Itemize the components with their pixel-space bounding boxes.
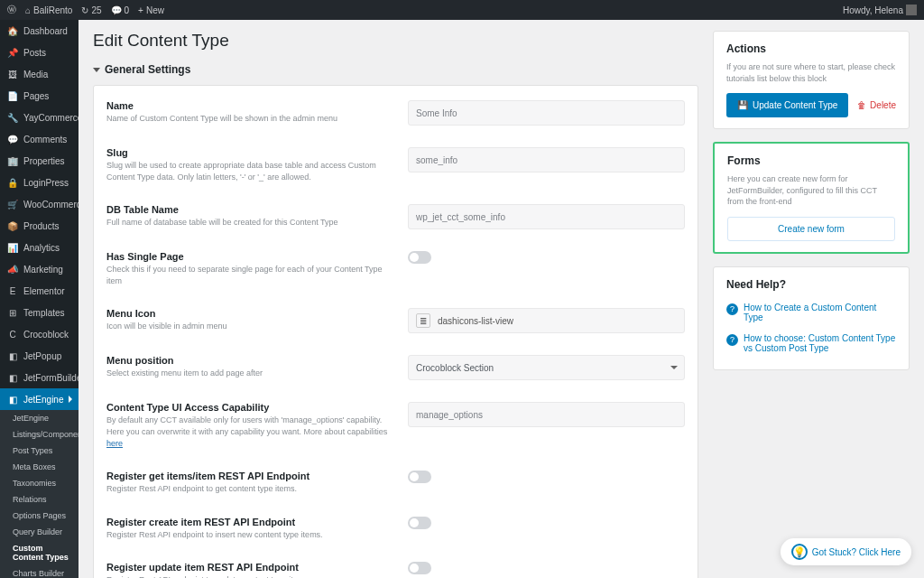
menu-icon: 🛒 <box>7 199 18 210</box>
avatar <box>906 5 917 15</box>
create-form-button[interactable]: Create new form <box>727 217 895 241</box>
updates-count[interactable]: ↻25 <box>81 5 101 15</box>
menu-position-select[interactable]: Crocoblock Section <box>408 355 685 380</box>
user-menu[interactable]: Howdy, Helena <box>843 5 917 15</box>
sidebar-item-crocoblock[interactable]: CCrocoblock <box>0 323 79 345</box>
menu-icon: ◧ <box>7 372 18 383</box>
submenu-item-listings-components[interactable]: Listings/Components <box>0 426 79 443</box>
comment-icon: 💬 <box>111 5 122 15</box>
sidebar-item-pages[interactable]: 📄Pages <box>0 85 79 107</box>
sidebar-item-jetengine[interactable]: ◧JetEngine <box>0 388 79 410</box>
field-desc: Full name of database table will be crea… <box>106 217 393 228</box>
single-page-toggle[interactable] <box>408 251 431 264</box>
field-desc: Name of Custom Content Type will be show… <box>106 113 393 125</box>
field-row: Content Type UI Access Capability By def… <box>106 391 685 460</box>
field-desc: Icon will be visible in admin menu <box>106 321 393 332</box>
submenu-item-post-types[interactable]: Post Types <box>0 443 79 459</box>
comments-count[interactable]: 💬0 <box>111 5 130 15</box>
field-label: Name <box>106 100 393 111</box>
field-label: Register get items/item REST API Endpoin… <box>106 471 393 481</box>
sidebar-item-media[interactable]: 🖼Media <box>0 63 79 85</box>
submenu-item-meta-boxes[interactable]: Meta Boxes <box>0 459 79 475</box>
slug-input[interactable] <box>408 147 685 172</box>
field-label: Slug <box>106 147 393 158</box>
submenu-item-query-builder[interactable]: Query Builder <box>0 524 79 540</box>
sidebar-item-properties[interactable]: 🏢Properties <box>0 150 79 172</box>
trash-icon: 🗑 <box>857 100 866 110</box>
got-stuck-pill[interactable]: 💡 Got Stuck? Click Here <box>781 538 911 565</box>
menu-icon: ◧ <box>7 394 18 405</box>
chevron-down-icon <box>93 68 100 72</box>
field-label: Menu position <box>106 355 393 366</box>
rest-update-toggle[interactable] <box>408 562 431 574</box>
menu-icon: 📄 <box>7 90 18 101</box>
site-name[interactable]: ⌂BaliRento <box>25 5 72 15</box>
sidebar-item-label: Analytics <box>23 243 60 253</box>
sidebar-item-analytics[interactable]: 📊Analytics <box>0 237 79 258</box>
section-toggle-general[interactable]: General Settings <box>93 63 698 76</box>
update-button[interactable]: 💾 Update Content Type <box>726 93 848 117</box>
submenu-item-taxonomies[interactable]: Taxonomies <box>0 475 79 491</box>
actions-desc: If you are not sure where to start, plea… <box>726 61 896 84</box>
sidebar-item-comments[interactable]: 💬Comments <box>0 128 79 150</box>
sidebar-item-woocommerce[interactable]: 🛒WooCommerce <box>0 193 79 215</box>
help-link[interactable]: ?How to choose: Custom Content Type vs C… <box>726 328 896 359</box>
sidebar-item-yaycommerce[interactable]: 🔧YayCommerce <box>0 107 79 128</box>
field-desc: Check this if you need to separate singl… <box>106 264 393 286</box>
sidebar-item-jetpopup[interactable]: ◧JetPopup <box>0 345 79 367</box>
submenu-item-custom-content-types[interactable]: Custom Content Types <box>0 540 79 565</box>
menu-icon: 🏠 <box>7 25 18 36</box>
sidebar-item-label: WooCommerce <box>23 200 79 210</box>
sidebar-item-jetformbuilder[interactable]: ◧JetFormBuilder <box>0 367 79 388</box>
submenu-item-relations[interactable]: Relations <box>0 491 79 508</box>
name-input[interactable] <box>408 100 685 126</box>
forms-heading: Forms <box>727 154 895 167</box>
field-desc: Register Rest API endpoint to update con… <box>106 574 393 578</box>
sidebar-item-products[interactable]: 📦Products <box>0 215 79 237</box>
db-table-input[interactable] <box>408 204 685 229</box>
sidebar-item-label: Elementor <box>23 286 65 296</box>
capabilities-link[interactable]: here <box>106 439 123 448</box>
sidebar-item-label: YayCommerce <box>23 113 79 123</box>
help-link[interactable]: ?How to Create a Custom Content Type <box>726 297 896 328</box>
menu-icon: E <box>7 285 18 296</box>
field-row: Register create item REST API Endpoint R… <box>106 506 685 552</box>
field-label: Register create item REST API Endpoint <box>106 517 393 527</box>
menu-icon: 📌 <box>7 47 18 58</box>
submenu-item-charts-builder[interactable]: Charts Builder <box>0 565 79 578</box>
wp-logo-icon[interactable]: ⓦ <box>7 4 16 16</box>
new-button[interactable]: +New <box>138 5 164 15</box>
field-label: Menu Icon <box>106 308 393 319</box>
sidebar-item-label: LoginPress <box>23 178 69 188</box>
sidebar-item-label: Comments <box>23 135 67 144</box>
field-desc: By default any CCT available only for us… <box>106 415 393 449</box>
field-row: Register get items/item REST API Endpoin… <box>106 460 685 506</box>
plus-icon: + <box>138 5 143 15</box>
field-label: Register update item REST API Endpoint <box>106 562 393 573</box>
field-label: Content Type UI Access Capability <box>106 402 393 413</box>
rest-create-toggle[interactable] <box>408 517 431 529</box>
sidebar-item-elementor[interactable]: EElementor <box>0 280 79 302</box>
arrow-icon <box>69 396 72 403</box>
submenu-item-jetengine[interactable]: JetEngine <box>0 410 79 426</box>
sidebar-item-loginpress[interactable]: 🔒LoginPress <box>0 172 79 193</box>
sidebar-item-label: Marketing <box>23 265 63 275</box>
sidebar-item-marketing[interactable]: 📣Marketing <box>0 258 79 280</box>
delete-button[interactable]: 🗑 Delete <box>857 100 896 110</box>
sidebar-item-label: Properties <box>23 156 65 166</box>
menu-icon: ◧ <box>7 350 18 361</box>
help-heading: Need Help? <box>726 278 896 291</box>
home-icon: ⌂ <box>25 5 31 15</box>
field-row: DB Table Name Full name of database tabl… <box>106 193 685 240</box>
refresh-icon: ↻ <box>81 5 88 15</box>
capability-input[interactable] <box>408 402 685 427</box>
sidebar-item-templates[interactable]: ⊞Templates <box>0 302 79 323</box>
sidebar-item-label: Crocoblock <box>23 330 69 340</box>
menu-icon: 🏢 <box>7 155 18 166</box>
sidebar-item-posts[interactable]: 📌Posts <box>0 42 79 63</box>
sidebar-item-dashboard[interactable]: 🏠Dashboard <box>0 20 79 42</box>
submenu-item-options-pages[interactable]: Options Pages <box>0 508 79 524</box>
field-desc: Slug will be used to create appropriate … <box>106 160 393 182</box>
icon-picker[interactable]: ≣dashicons-list-view <box>408 308 685 333</box>
rest-get-toggle[interactable] <box>408 471 431 483</box>
